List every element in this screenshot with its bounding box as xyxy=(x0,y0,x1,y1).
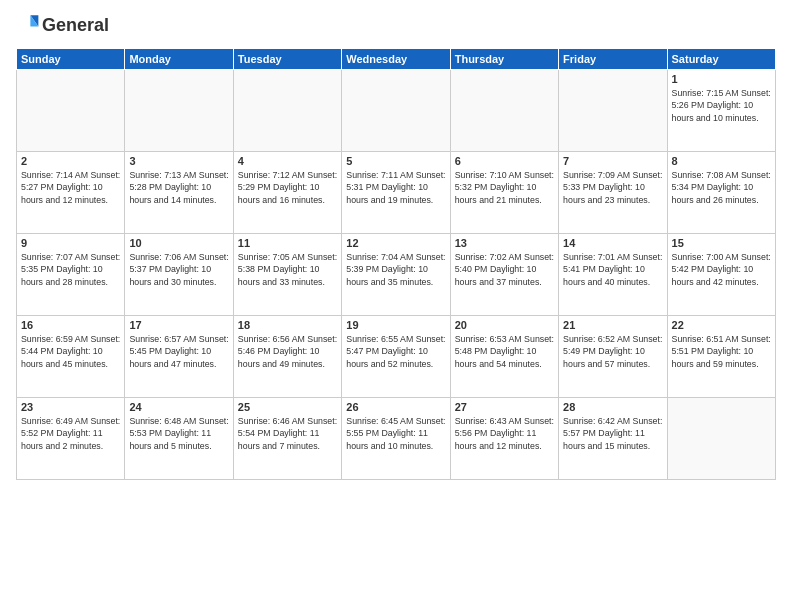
weekday-header-friday: Friday xyxy=(559,49,667,70)
weekday-header-sunday: Sunday xyxy=(17,49,125,70)
day-info: Sunrise: 6:42 AM Sunset: 5:57 PM Dayligh… xyxy=(563,415,662,452)
calendar-week-row: 2Sunrise: 7:14 AM Sunset: 5:27 PM Daylig… xyxy=(17,152,776,234)
day-number: 7 xyxy=(563,155,662,167)
day-number: 4 xyxy=(238,155,337,167)
calendar-cell: 6Sunrise: 7:10 AM Sunset: 5:32 PM Daylig… xyxy=(450,152,558,234)
day-number: 16 xyxy=(21,319,120,331)
calendar-cell xyxy=(17,70,125,152)
logo-icon xyxy=(16,12,40,36)
day-number: 28 xyxy=(563,401,662,413)
weekday-header-row: SundayMondayTuesdayWednesdayThursdayFrid… xyxy=(17,49,776,70)
day-number: 22 xyxy=(672,319,771,331)
calendar-cell: 18Sunrise: 6:56 AM Sunset: 5:46 PM Dayli… xyxy=(233,316,341,398)
logo: General xyxy=(16,12,109,40)
day-info: Sunrise: 6:55 AM Sunset: 5:47 PM Dayligh… xyxy=(346,333,445,370)
day-number: 3 xyxy=(129,155,228,167)
day-info: Sunrise: 6:43 AM Sunset: 5:56 PM Dayligh… xyxy=(455,415,554,452)
calendar-cell: 12Sunrise: 7:04 AM Sunset: 5:39 PM Dayli… xyxy=(342,234,450,316)
day-info: Sunrise: 7:04 AM Sunset: 5:39 PM Dayligh… xyxy=(346,251,445,288)
day-info: Sunrise: 6:48 AM Sunset: 5:53 PM Dayligh… xyxy=(129,415,228,452)
calendar-cell: 22Sunrise: 6:51 AM Sunset: 5:51 PM Dayli… xyxy=(667,316,775,398)
day-number: 11 xyxy=(238,237,337,249)
day-info: Sunrise: 6:59 AM Sunset: 5:44 PM Dayligh… xyxy=(21,333,120,370)
weekday-header-monday: Monday xyxy=(125,49,233,70)
header: General xyxy=(16,12,776,40)
calendar-cell: 23Sunrise: 6:49 AM Sunset: 5:52 PM Dayli… xyxy=(17,398,125,480)
day-number: 13 xyxy=(455,237,554,249)
day-number: 15 xyxy=(672,237,771,249)
calendar-cell xyxy=(559,70,667,152)
day-info: Sunrise: 7:07 AM Sunset: 5:35 PM Dayligh… xyxy=(21,251,120,288)
day-info: Sunrise: 7:01 AM Sunset: 5:41 PM Dayligh… xyxy=(563,251,662,288)
day-number: 20 xyxy=(455,319,554,331)
day-info: Sunrise: 7:09 AM Sunset: 5:33 PM Dayligh… xyxy=(563,169,662,206)
weekday-header-thursday: Thursday xyxy=(450,49,558,70)
day-number: 17 xyxy=(129,319,228,331)
day-info: Sunrise: 7:10 AM Sunset: 5:32 PM Dayligh… xyxy=(455,169,554,206)
calendar-cell: 20Sunrise: 6:53 AM Sunset: 5:48 PM Dayli… xyxy=(450,316,558,398)
calendar-cell: 1Sunrise: 7:15 AM Sunset: 5:26 PM Daylig… xyxy=(667,70,775,152)
calendar: SundayMondayTuesdayWednesdayThursdayFrid… xyxy=(16,48,776,480)
calendar-cell: 17Sunrise: 6:57 AM Sunset: 5:45 PM Dayli… xyxy=(125,316,233,398)
day-number: 12 xyxy=(346,237,445,249)
day-info: Sunrise: 7:06 AM Sunset: 5:37 PM Dayligh… xyxy=(129,251,228,288)
day-info: Sunrise: 7:15 AM Sunset: 5:26 PM Dayligh… xyxy=(672,87,771,124)
day-number: 14 xyxy=(563,237,662,249)
day-info: Sunrise: 6:49 AM Sunset: 5:52 PM Dayligh… xyxy=(21,415,120,452)
day-number: 19 xyxy=(346,319,445,331)
calendar-cell xyxy=(667,398,775,480)
day-number: 10 xyxy=(129,237,228,249)
calendar-cell xyxy=(233,70,341,152)
calendar-week-row: 1Sunrise: 7:15 AM Sunset: 5:26 PM Daylig… xyxy=(17,70,776,152)
weekday-header-wednesday: Wednesday xyxy=(342,49,450,70)
calendar-cell: 21Sunrise: 6:52 AM Sunset: 5:49 PM Dayli… xyxy=(559,316,667,398)
day-number: 21 xyxy=(563,319,662,331)
calendar-cell: 2Sunrise: 7:14 AM Sunset: 5:27 PM Daylig… xyxy=(17,152,125,234)
day-number: 27 xyxy=(455,401,554,413)
calendar-week-row: 16Sunrise: 6:59 AM Sunset: 5:44 PM Dayli… xyxy=(17,316,776,398)
calendar-cell: 10Sunrise: 7:06 AM Sunset: 5:37 PM Dayli… xyxy=(125,234,233,316)
calendar-cell: 15Sunrise: 7:00 AM Sunset: 5:42 PM Dayli… xyxy=(667,234,775,316)
day-info: Sunrise: 6:52 AM Sunset: 5:49 PM Dayligh… xyxy=(563,333,662,370)
calendar-cell: 16Sunrise: 6:59 AM Sunset: 5:44 PM Dayli… xyxy=(17,316,125,398)
calendar-week-row: 9Sunrise: 7:07 AM Sunset: 5:35 PM Daylig… xyxy=(17,234,776,316)
day-info: Sunrise: 7:00 AM Sunset: 5:42 PM Dayligh… xyxy=(672,251,771,288)
day-info: Sunrise: 6:51 AM Sunset: 5:51 PM Dayligh… xyxy=(672,333,771,370)
calendar-cell: 3Sunrise: 7:13 AM Sunset: 5:28 PM Daylig… xyxy=(125,152,233,234)
day-info: Sunrise: 7:08 AM Sunset: 5:34 PM Dayligh… xyxy=(672,169,771,206)
day-number: 24 xyxy=(129,401,228,413)
calendar-week-row: 23Sunrise: 6:49 AM Sunset: 5:52 PM Dayli… xyxy=(17,398,776,480)
day-info: Sunrise: 6:56 AM Sunset: 5:46 PM Dayligh… xyxy=(238,333,337,370)
calendar-cell: 9Sunrise: 7:07 AM Sunset: 5:35 PM Daylig… xyxy=(17,234,125,316)
page: General SundayMondayTuesdayWednesdayThur… xyxy=(0,0,792,612)
day-number: 1 xyxy=(672,73,771,85)
day-number: 26 xyxy=(346,401,445,413)
day-info: Sunrise: 6:53 AM Sunset: 5:48 PM Dayligh… xyxy=(455,333,554,370)
calendar-cell: 26Sunrise: 6:45 AM Sunset: 5:55 PM Dayli… xyxy=(342,398,450,480)
calendar-cell: 27Sunrise: 6:43 AM Sunset: 5:56 PM Dayli… xyxy=(450,398,558,480)
calendar-cell: 11Sunrise: 7:05 AM Sunset: 5:38 PM Dayli… xyxy=(233,234,341,316)
logo-text: General xyxy=(42,16,109,36)
calendar-cell: 4Sunrise: 7:12 AM Sunset: 5:29 PM Daylig… xyxy=(233,152,341,234)
day-info: Sunrise: 7:13 AM Sunset: 5:28 PM Dayligh… xyxy=(129,169,228,206)
day-number: 2 xyxy=(21,155,120,167)
calendar-cell: 13Sunrise: 7:02 AM Sunset: 5:40 PM Dayli… xyxy=(450,234,558,316)
day-number: 9 xyxy=(21,237,120,249)
calendar-cell xyxy=(342,70,450,152)
day-info: Sunrise: 7:14 AM Sunset: 5:27 PM Dayligh… xyxy=(21,169,120,206)
day-info: Sunrise: 7:11 AM Sunset: 5:31 PM Dayligh… xyxy=(346,169,445,206)
calendar-cell: 19Sunrise: 6:55 AM Sunset: 5:47 PM Dayli… xyxy=(342,316,450,398)
calendar-cell: 14Sunrise: 7:01 AM Sunset: 5:41 PM Dayli… xyxy=(559,234,667,316)
day-info: Sunrise: 6:57 AM Sunset: 5:45 PM Dayligh… xyxy=(129,333,228,370)
day-info: Sunrise: 7:02 AM Sunset: 5:40 PM Dayligh… xyxy=(455,251,554,288)
calendar-cell: 25Sunrise: 6:46 AM Sunset: 5:54 PM Dayli… xyxy=(233,398,341,480)
calendar-cell xyxy=(450,70,558,152)
day-number: 23 xyxy=(21,401,120,413)
day-number: 25 xyxy=(238,401,337,413)
calendar-cell: 8Sunrise: 7:08 AM Sunset: 5:34 PM Daylig… xyxy=(667,152,775,234)
day-number: 18 xyxy=(238,319,337,331)
calendar-cell xyxy=(125,70,233,152)
day-info: Sunrise: 7:05 AM Sunset: 5:38 PM Dayligh… xyxy=(238,251,337,288)
day-info: Sunrise: 7:12 AM Sunset: 5:29 PM Dayligh… xyxy=(238,169,337,206)
calendar-cell: 5Sunrise: 7:11 AM Sunset: 5:31 PM Daylig… xyxy=(342,152,450,234)
